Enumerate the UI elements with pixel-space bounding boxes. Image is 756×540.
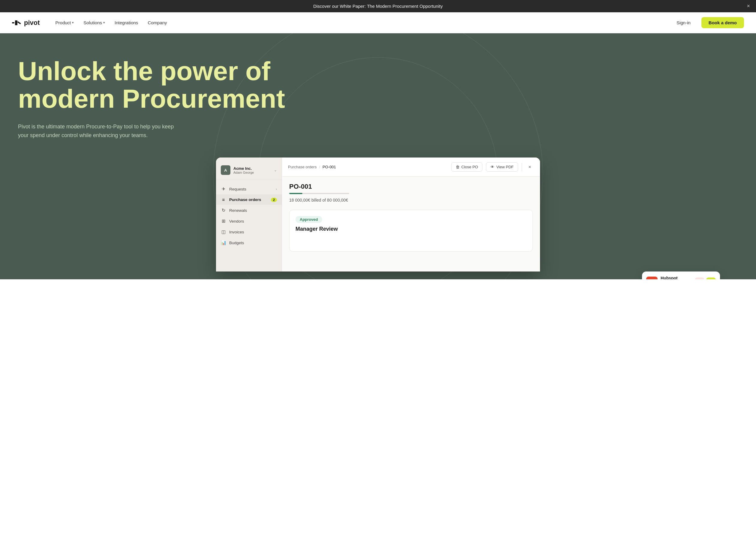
hubspot-close-button[interactable]: × [695,278,704,279]
navbar-right: Sign-in Book a demo [671,17,744,28]
po-detail-content: PO-001 18 000,00€ billed of 80 000,00€ A… [282,177,540,272]
avatar: A [221,165,230,175]
nav-item-solutions[interactable]: Solutions ▾ [80,18,109,28]
logo-text: pivot [24,19,40,27]
close-button[interactable]: × [526,163,534,171]
nav-product-label: Product [56,20,71,25]
svg-rect-1 [15,20,17,25]
close-po-button[interactable]: 🗑 Close PO [451,162,483,172]
sidebar-item-invoices[interactable]: ◫ Invoices [216,226,282,237]
po-progress-fill [289,193,303,194]
requests-chevron-icon: › [276,187,277,191]
nav-solutions-chevron: ▾ [103,21,105,25]
user-chevron-icon: ⌄ [274,168,277,172]
po-title: PO-001 [289,183,533,191]
header-actions: 🗑 Close PO 👁 View PDF × [451,162,534,172]
sidebar-renewals-label: Renewals [229,208,247,213]
sidebar-item-purchase-orders[interactable]: ≡ Purchase orders 2 [216,195,282,205]
nav-item-integrations[interactable]: Integrations [111,18,142,28]
requests-icon: ✈ [221,186,226,192]
hubspot-header: H Hubspot REQ-176 • 24 300,00 € × ✓ [642,272,720,279]
app-mockup: A Acme Inc. Adam George ⌄ ✈ Requests › ≡… [18,158,738,272]
logo[interactable]: pivot [12,19,40,27]
hubspot-logo-icon: H [646,277,658,279]
sidebar: A Acme Inc. Adam George ⌄ ✈ Requests › ≡… [216,158,282,272]
purchase-orders-badge: 2 [271,198,277,202]
sidebar-purchase-orders-label: Purchase orders [229,198,261,202]
purchase-orders-icon: ≡ [221,197,226,202]
announcement-text: Discover our White Paper: The Modern Pro… [313,4,443,9]
hubspot-name: Hubspot [661,276,692,279]
nav-item-product[interactable]: Product ▾ [52,18,78,28]
breadcrumb-parent[interactable]: Purchase orders [288,165,316,169]
sidebar-vendors-label: Vendors [229,219,244,223]
breadcrumb-separator: / [319,165,320,169]
manager-review-title: Manager Review [296,226,527,232]
invoices-icon: ◫ [221,229,226,235]
sidebar-requests-label: Requests [229,187,246,192]
sidebar-item-vendors[interactable]: ⊞ Vendors [216,216,282,226]
hubspot-actions: × ✓ [695,278,716,279]
book-demo-button[interactable]: Book a demo [701,17,744,28]
sidebar-item-budgets[interactable]: 📊 Budgets [216,237,282,248]
nav-solutions-label: Solutions [83,20,102,25]
logo-icon [12,19,22,26]
hubspot-info: Hubspot REQ-176 • 24 300,00 € [661,276,692,279]
breadcrumb: Purchase orders / PO-001 [288,165,336,169]
company-name: Acme Inc. [233,166,271,171]
po-amount: 18 000,00€ billed of 80 000,00€ [289,198,533,202]
vendors-icon: ⊞ [221,218,226,224]
user-name: Adam George [233,171,271,174]
nav-company-label: Company [148,20,167,25]
view-pdf-icon: 👁 [490,165,494,169]
hero-subtitle: Pivot is the ultimate modern Procure-to-… [18,122,174,140]
nav-product-chevron: ▾ [72,21,74,25]
sidebar-item-requests[interactable]: ✈ Requests › [216,184,282,195]
hubspot-approve-button[interactable]: ✓ [706,278,716,279]
approved-badge: Approved [296,216,322,223]
header-divider [522,163,522,171]
sidebar-invoices-label: Invoices [229,230,244,234]
close-po-label: Close PO [461,165,478,169]
nav-items: Product ▾ Solutions ▾ Integrations Compa… [52,18,171,28]
announcement-bar: Discover our White Paper: The Modern Pro… [0,0,756,12]
breadcrumb-current: PO-001 [322,165,336,169]
hubspot-card: H Hubspot REQ-176 • 24 300,00 € × ✓ Deta… [642,272,720,279]
budgets-icon: 📊 [221,240,226,245]
approval-section: Approved Manager Review [289,210,533,252]
user-info: Acme Inc. Adam George [233,166,271,174]
svg-rect-0 [12,22,14,23]
sidebar-budgets-label: Budgets [229,241,244,245]
sidebar-item-renewals[interactable]: ↻ Renewals [216,205,282,216]
close-po-icon: 🗑 [456,165,459,169]
approval-card: Approved Manager Review [289,210,533,252]
po-progress-bar [289,193,349,194]
hero-section: Unlock the power of modern Procurement P… [0,33,756,279]
renewals-icon: ↻ [221,207,226,213]
nav-item-company[interactable]: Company [144,18,171,28]
svg-rect-2 [17,21,21,24]
view-pdf-button[interactable]: 👁 View PDF [486,162,518,172]
view-pdf-label: View PDF [496,165,514,169]
hero-title: Unlock the power of modern Procurement [18,57,288,113]
nav-integrations-label: Integrations [115,20,138,25]
sidebar-user[interactable]: A Acme Inc. Adam George ⌄ [216,162,282,180]
navbar: pivot Product ▾ Solutions ▾ Integrations… [0,12,756,33]
main-content: Purchase orders / PO-001 🗑 Close PO 👁 Vi… [282,158,540,272]
app-window: A Acme Inc. Adam George ⌄ ✈ Requests › ≡… [216,158,540,272]
navbar-left: pivot Product ▾ Solutions ▾ Integrations… [12,18,171,28]
sign-in-button[interactable]: Sign-in [671,18,696,28]
announcement-close[interactable]: × [747,3,750,9]
content-header: Purchase orders / PO-001 🗑 Close PO 👁 Vi… [282,158,540,177]
